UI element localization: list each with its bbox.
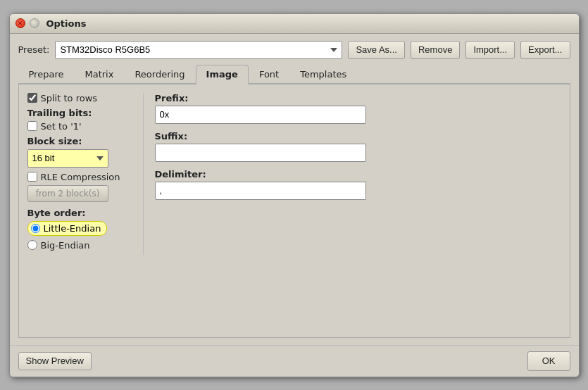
- little-endian-row: Little-Endian: [27, 221, 108, 236]
- minimize-button[interactable]: [30, 18, 39, 28]
- block-size-label: Block size:: [27, 136, 135, 146]
- big-endian-row: Big-Endian: [27, 240, 135, 251]
- delimiter-input[interactable]: [155, 182, 366, 200]
- rle-compression-label: RLE Compression: [41, 172, 120, 182]
- tab-content-image: Split to rows Trailing bits: Set to '1' …: [18, 84, 570, 338]
- import-button[interactable]: Import...: [465, 41, 515, 59]
- window-body: Preset: STM32Disco R5G6B5 Save As... Rem…: [10, 34, 579, 345]
- preset-select[interactable]: STM32Disco R5G6B5: [55, 41, 342, 59]
- little-endian-label: Little-Endian: [44, 223, 101, 234]
- save-as-button[interactable]: Save As...: [348, 41, 405, 59]
- set-to-1-row: Set to '1': [27, 121, 135, 132]
- block-size-select[interactable]: 16 bit 1 bit 2 bit 4 bit 8 bit 32 bit: [27, 149, 108, 168]
- trailing-bits-label: Trailing bits:: [27, 108, 135, 118]
- set-to-1-checkbox[interactable]: [27, 121, 37, 131]
- tab-reordering[interactable]: Reordering: [124, 65, 195, 84]
- from-blocks-button[interactable]: from 2 block(s): [27, 185, 108, 202]
- close-button[interactable]: ✕: [15, 18, 25, 28]
- prefix-input[interactable]: [155, 106, 366, 124]
- big-endian-radio[interactable]: [27, 240, 37, 250]
- footer: Show Preview OK: [10, 345, 579, 377]
- split-to-rows-label: Split to rows: [41, 93, 98, 103]
- rle-compression-row: RLE Compression: [27, 172, 135, 182]
- big-endian-label: Big-Endian: [41, 240, 90, 251]
- show-preview-button[interactable]: Show Preview: [18, 352, 92, 370]
- suffix-input[interactable]: [155, 144, 366, 162]
- remove-button[interactable]: Remove: [411, 41, 460, 59]
- right-panel: Prefix: Suffix: Delimiter:: [144, 93, 561, 255]
- tab-image[interactable]: Image: [196, 65, 249, 84]
- window-title: Options: [46, 18, 87, 29]
- titlebar: ✕ Options: [10, 14, 579, 34]
- export-button[interactable]: Export...: [520, 41, 570, 59]
- left-panel: Split to rows Trailing bits: Set to '1' …: [27, 93, 144, 255]
- tab-font[interactable]: Font: [249, 65, 289, 84]
- rle-compression-checkbox[interactable]: [27, 172, 37, 182]
- little-endian-radio[interactable]: [31, 224, 40, 233]
- preset-row: Preset: STM32Disco R5G6B5 Save As... Rem…: [18, 41, 570, 59]
- tab-templates[interactable]: Templates: [289, 65, 357, 84]
- tab-matrix[interactable]: Matrix: [74, 65, 124, 84]
- delimiter-label: Delimiter:: [155, 169, 561, 180]
- ok-button[interactable]: OK: [527, 351, 570, 371]
- split-to-rows-row: Split to rows: [27, 93, 135, 103]
- byte-order-label: Byte order:: [27, 208, 135, 218]
- tab-prepare[interactable]: Prepare: [18, 65, 75, 84]
- prefix-label: Prefix:: [155, 93, 561, 103]
- set-to-1-label: Set to '1': [41, 121, 82, 132]
- options-window: ✕ Options Preset: STM32Disco R5G6B5 Save…: [9, 13, 580, 377]
- preset-label: Preset:: [18, 44, 50, 55]
- tabs-bar: Prepare Matrix Reordering Image Font Tem…: [18, 65, 570, 84]
- suffix-label: Suffix:: [155, 131, 561, 141]
- split-to-rows-checkbox[interactable]: [27, 93, 37, 103]
- content-layout: Split to rows Trailing bits: Set to '1' …: [27, 93, 561, 255]
